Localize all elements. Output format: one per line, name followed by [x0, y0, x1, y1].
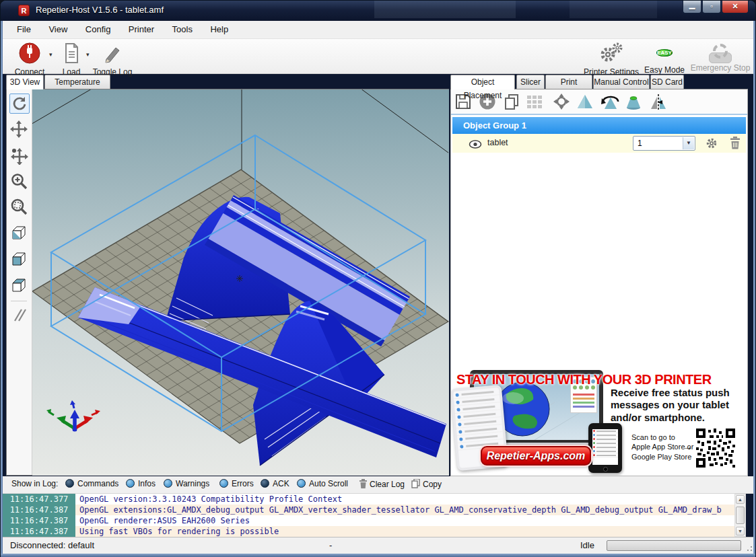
object-row-tablet[interactable]: tablet 1 ▼: [452, 134, 746, 153]
titlebar[interactable]: R Repetier-Host V1.5.6 - tablet.amf ▁ ▫ …: [1, 1, 755, 21]
viewport-3d: [6, 89, 449, 476]
toggle-warnings[interactable]: Warnings: [164, 479, 209, 488]
log-scrollbar[interactable]: ▲ ▼: [734, 494, 746, 537]
delete-trash-icon[interactable]: [730, 137, 741, 152]
toggle-ack[interactable]: ACK: [261, 479, 289, 488]
copies-dropdown[interactable]: 1 ▼: [633, 136, 695, 151]
tab-object-placement[interactable]: Object Placement: [450, 75, 515, 89]
emergency-stop-button: Emergency Stop: [688, 42, 753, 73]
scale-object-icon[interactable]: [576, 93, 594, 110]
autoposition-icon: [526, 93, 543, 110]
toggle-auto-scroll[interactable]: Auto Scroll: [297, 479, 348, 488]
log-controls: Show in Log: Commands Infos Warnings Err…: [3, 476, 755, 494]
origin-marker: [236, 275, 243, 282]
menu-config[interactable]: Config: [78, 21, 118, 38]
resize-grip[interactable]: [745, 544, 753, 552]
menu-printer[interactable]: Printer: [121, 21, 162, 38]
errors-toggle-icon: [219, 479, 228, 488]
iso-view-icon[interactable]: [9, 223, 30, 244]
clear-log-button[interactable]: Clear Log: [359, 479, 405, 489]
window-frame-bottom: [1, 554, 755, 557]
window-title: Repetier-Host V1.5.6 - tablet.amf: [36, 5, 164, 15]
object-name: tablet: [487, 138, 508, 147]
toggle-infos[interactable]: Infos: [126, 479, 156, 488]
mirror-object-icon[interactable]: [650, 93, 667, 110]
toggle-log-button[interactable]: Toggle Log: [90, 42, 135, 77]
zoom-in-icon[interactable]: [9, 172, 30, 192]
smartphone-image: [588, 423, 622, 473]
copies-value: 1: [638, 139, 642, 148]
tab-sd-card[interactable]: SD Card: [650, 75, 684, 89]
log-output[interactable]: 11:16:47.377OpenGL version:3.3.10243 Com…: [3, 494, 734, 537]
statusbar: Disconnected: default - Idle: [3, 537, 755, 554]
menu-view[interactable]: View: [41, 21, 75, 38]
easy-mode-button[interactable]: EASY Easy Mode: [644, 42, 685, 75]
ack-toggle-icon: [261, 479, 269, 488]
connect-button[interactable]: Connect: [11, 42, 48, 77]
commands-toggle-icon: [65, 479, 74, 488]
object-group-header[interactable]: Object Group 1: [452, 117, 746, 134]
app-logo-icon: R: [18, 5, 30, 16]
menu-tools[interactable]: Tools: [165, 21, 200, 38]
scroll-down-icon[interactable]: ▼: [736, 527, 745, 535]
log-row: 11:16:47.387Using fast VBOs for renderin…: [3, 526, 734, 537]
close-button[interactable]: ✕: [722, 1, 749, 13]
status-center: -: [329, 540, 332, 550]
minimize-button[interactable]: ▁: [683, 1, 701, 13]
log-row: 11:16:47.377OpenGL version:3.3.10243 Com…: [3, 494, 734, 505]
copy-icon: [411, 479, 420, 488]
move-object-icon[interactable]: [9, 146, 30, 166]
menu-help[interactable]: Help: [203, 21, 236, 38]
menu-file[interactable]: File: [9, 21, 38, 38]
toggle-commands[interactable]: Commands: [65, 479, 118, 488]
easy-mode-icon: EASY: [656, 49, 673, 57]
connect-dropdown[interactable]: ▾: [49, 51, 53, 58]
rotate-object-icon[interactable]: [600, 93, 618, 110]
ad-headline: STAY IN TOUCH WITH YOUR 3D PRINTER: [456, 372, 745, 387]
main-toolbar: Connect ▾ Load ▾ Toggle Log: [3, 39, 755, 74]
tab-manual-control[interactable]: Manual Control: [593, 75, 650, 89]
move-view-icon[interactable]: [9, 120, 30, 140]
printer-settings-button[interactable]: Printer Settings: [580, 42, 642, 77]
toolstrip-divider: [11, 301, 27, 301]
ad-banner[interactable]: STAY IN TOUCH WITH YOUR 3D PRINTER Recei…: [451, 368, 747, 476]
menubar: File View Config Printer Tools Help: [3, 21, 755, 39]
print-bed-canvas[interactable]: [32, 89, 449, 476]
scrollbar-thumb[interactable]: [736, 507, 745, 524]
tab-3d-view[interactable]: 3D View: [6, 75, 44, 89]
log-row: 11:16:47.387OpenGL renderer:ASUS EAH2600…: [3, 515, 734, 526]
ad-body-text: Receive free status push messages on you…: [611, 387, 745, 424]
repetier-apps-button[interactable]: Repetier-Apps.com: [481, 446, 591, 466]
top-view-icon[interactable]: [9, 276, 30, 296]
window-frame-right: [753, 21, 755, 554]
toggle-errors[interactable]: Errors: [219, 479, 254, 488]
object-placement-panel: Object Group 1 tablet 1 ▼: [450, 89, 748, 476]
drop-object-icon[interactable]: [625, 93, 642, 110]
copy-log-button[interactable]: Copy: [411, 479, 442, 489]
tab-print-preview[interactable]: Print Preview: [545, 75, 592, 89]
load-dropdown[interactable]: ▾: [86, 51, 90, 58]
maximize-button[interactable]: ▫: [702, 1, 721, 13]
object-settings-gear-icon[interactable]: [706, 137, 718, 152]
trash-icon: [359, 479, 367, 488]
gears-icon: [598, 57, 625, 67]
center-object-icon[interactable]: [553, 93, 570, 110]
scroll-up-icon[interactable]: ▲: [736, 495, 745, 504]
rotate-view-icon[interactable]: [9, 94, 30, 114]
warnings-toggle-icon: [164, 479, 172, 488]
copy-object-icon[interactable]: [503, 93, 520, 110]
zoom-fit-icon[interactable]: [9, 197, 30, 217]
arrow-right-icon: →: [683, 441, 693, 452]
tab-slicer[interactable]: Slicer: [516, 75, 545, 89]
chevron-down-icon[interactable]: ▼: [683, 137, 694, 149]
connect-icon: [18, 57, 41, 67]
tab-temperature-curve[interactable]: Temperature Curve: [44, 75, 110, 89]
front-view-icon[interactable]: [9, 250, 30, 270]
infos-toggle-icon: [126, 479, 135, 488]
load-file-icon: [61, 57, 81, 67]
auto-scroll-toggle-icon: [297, 479, 306, 488]
visibility-eye-icon[interactable]: [469, 139, 482, 151]
progress-bar: [607, 540, 741, 551]
load-button[interactable]: Load: [58, 42, 85, 77]
parallel-projection-icon[interactable]: [9, 305, 30, 325]
